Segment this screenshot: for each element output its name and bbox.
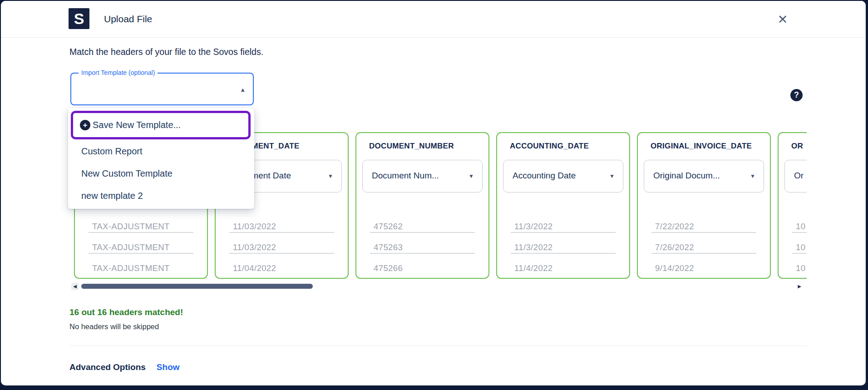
card-header-label: ACCOUNTING_DATE	[510, 142, 589, 151]
upload-file-modal: S Upload File ✕ Match the headers of you…	[1, 1, 866, 385]
header-card-5: ORIGINAL_INVOICE_DATE Original Docum... …	[637, 132, 771, 279]
template-options-list: Custom Report New Custom Template new te…	[68, 140, 254, 207]
sample-values: 10 10 10	[792, 222, 807, 280]
horizontal-scrollbar[interactable]: ◀ ▶	[69, 283, 807, 290]
sample-value: 11/3/2022	[511, 222, 616, 233]
sample-value: 475262	[370, 222, 475, 233]
sample-value: 11/03/2022	[229, 242, 334, 254]
sample-value: 11/03/2022	[229, 222, 334, 233]
modal-title: Upload File	[104, 14, 152, 25]
menu-item-custom-report[interactable]: Custom Report	[68, 140, 254, 163]
scroll-right-button[interactable]: ▶	[796, 283, 803, 290]
field-mapping-value: Document Num...	[372, 171, 439, 181]
advanced-options-label: Advanced Options	[69, 362, 146, 372]
import-template-label: Import Template (optional)	[79, 69, 158, 76]
field-mapping-select[interactable]: Original Docum... ▼	[644, 160, 764, 193]
sample-values: TAX-ADJUSTMENT TAX-ADJUSTMENT TAX-ADJUST…	[89, 222, 193, 280]
sample-value: TAX-ADJUSTMENT	[89, 263, 193, 274]
headers-skipped-note: No headers will be skipped	[69, 322, 159, 331]
field-mapping-select[interactable]: Document Num... ▼	[362, 160, 483, 193]
sample-value: 11/4/2022	[511, 263, 616, 274]
sample-value: TAX-ADJUSTMENT	[89, 222, 193, 233]
sample-values: 7/22/2022 7/26/2022 9/14/2022	[651, 222, 756, 280]
save-new-template-option[interactable]: + Save New Template...	[71, 111, 251, 139]
header-card-3: DOCUMENT_NUMBER Document Num... ▼ 475262…	[355, 132, 489, 279]
menu-item-new-custom-template[interactable]: New Custom Template	[68, 163, 254, 185]
sample-values: 11/3/2022 11/3/2022 11/4/2022	[511, 222, 616, 280]
sample-value: 11/3/2022	[511, 242, 616, 254]
help-button[interactable]: ?	[790, 89, 803, 101]
sample-value: 7/26/2022	[651, 242, 756, 254]
chevron-down-icon: ▼	[469, 173, 474, 179]
sample-value: 10	[792, 242, 807, 254]
card-header-label: DOCUMENT_NUMBER	[369, 142, 454, 151]
field-mapping-select[interactable]: Or ▼	[784, 160, 807, 193]
field-mapping-value: Or	[794, 171, 804, 181]
card-header-label: OR	[791, 142, 803, 151]
plus-icon: +	[80, 120, 90, 130]
chevron-down-icon: ▼	[609, 173, 615, 179]
sample-values: 11/03/2022 11/03/2022 11/04/2022	[229, 222, 334, 280]
chevron-down-icon: ▼	[750, 173, 755, 179]
import-template-menu: + Save New Template... Custom Report New…	[68, 108, 254, 209]
chevron-up-icon: ▲	[240, 87, 246, 93]
field-mapping-value: Original Docum...	[653, 171, 720, 181]
close-button[interactable]: ✕	[773, 10, 793, 30]
sample-value: 10	[792, 263, 807, 274]
sample-value: 10	[792, 222, 807, 233]
sample-values: 475262 475263 475266	[370, 222, 475, 280]
sample-value: 475266	[370, 263, 475, 274]
field-mapping-select[interactable]: Accounting Date ▼	[503, 160, 623, 193]
sample-value: 475263	[370, 242, 475, 254]
card-header-label: ORIGINAL_INVOICE_DATE	[651, 142, 752, 151]
section-divider	[69, 346, 807, 346]
close-icon: ✕	[778, 13, 788, 26]
sample-value: 11/04/2022	[229, 263, 334, 274]
chevron-down-icon: ▼	[328, 173, 333, 179]
scroll-left-icon: ◀	[73, 284, 77, 289]
sample-value: 7/22/2022	[651, 222, 756, 233]
instruction-text: Match the headers of your file to the So…	[69, 47, 263, 57]
header-card-6: OR Or ▼ 10 10 10	[778, 132, 807, 279]
scrollbar-thumb[interactable]	[81, 284, 313, 289]
advanced-options-row: Advanced Options Show	[69, 362, 180, 372]
scroll-right-icon: ▶	[798, 284, 801, 289]
header-card-4: ACCOUNTING_DATE Accounting Date ▼ 11/3/2…	[496, 132, 630, 279]
menu-item-new-template-2[interactable]: new template 2	[68, 185, 254, 207]
help-icon: ?	[794, 90, 799, 100]
sample-value: 9/14/2022	[651, 263, 756, 274]
save-new-template-label: Save New Template...	[93, 120, 181, 130]
import-template-select[interactable]: Import Template (optional) ▲	[70, 73, 254, 105]
headers-matched-status: 16 out 16 headers matched!	[69, 307, 183, 317]
advanced-options-show-link[interactable]: Show	[157, 362, 180, 372]
scroll-left-button[interactable]: ◀	[71, 283, 79, 290]
field-mapping-value: Accounting Date	[513, 171, 576, 181]
sample-value: TAX-ADJUSTMENT	[89, 242, 193, 254]
modal-header: S Upload File ✕	[1, 1, 866, 38]
sovos-logo: S	[69, 8, 89, 29]
